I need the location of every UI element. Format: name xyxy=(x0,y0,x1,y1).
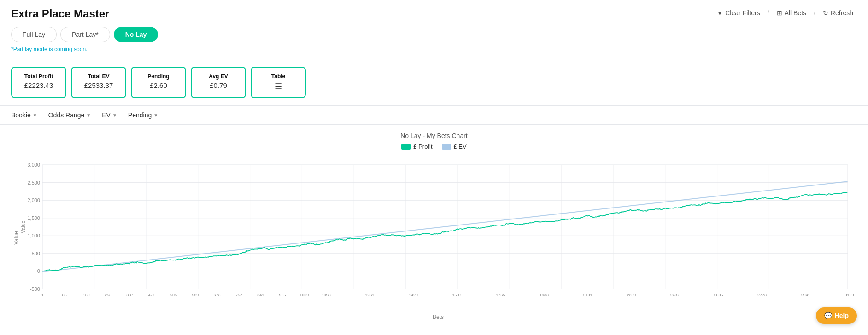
chart-legend: £ Profit £ EV xyxy=(11,143,857,150)
tab-full-lay[interactable]: Full Lay xyxy=(11,27,57,42)
page-title: Extra Place Master xyxy=(11,7,713,20)
svg-text:2,000: 2,000 xyxy=(27,197,40,203)
svg-text:2941: 2941 xyxy=(801,293,810,297)
svg-text:1,000: 1,000 xyxy=(27,233,40,238)
svg-text:1933: 1933 xyxy=(540,293,549,297)
svg-text:500: 500 xyxy=(32,251,40,256)
chart-wrapper: Value 3,000 2,500 2,000 1,500 1,000 500 … xyxy=(11,156,857,320)
svg-text:1429: 1429 xyxy=(409,293,418,297)
separator-2: / xyxy=(814,9,815,17)
legend-ev-color xyxy=(442,144,451,150)
svg-text:1: 1 xyxy=(41,293,44,297)
svg-text:2,500: 2,500 xyxy=(27,180,40,185)
svg-text:2605: 2605 xyxy=(714,293,723,297)
refresh-icon: ↻ xyxy=(823,9,828,17)
tab-no-lay[interactable]: No Lay xyxy=(114,27,158,42)
stats-row: Total Profit £2223.43 Total EV £2533.37 … xyxy=(0,59,868,105)
svg-text:3,000: 3,000 xyxy=(27,162,40,168)
svg-text:169: 169 xyxy=(83,293,90,297)
main-chart-svg: 3,0002,5002,0001,5001,0005000-5001851692… xyxy=(19,156,857,312)
svg-text:2269: 2269 xyxy=(627,293,636,297)
svg-text:925: 925 xyxy=(279,293,286,297)
coming-soon-text: *Part lay mode is coming soon. xyxy=(11,46,713,54)
svg-text:1009: 1009 xyxy=(299,293,309,297)
filter-pending[interactable]: Pending ▼ xyxy=(128,110,158,121)
caret-icon: ▼ xyxy=(153,113,158,118)
svg-text:2773: 2773 xyxy=(757,293,767,297)
stat-total-ev[interactable]: Total EV £2533.37 xyxy=(71,67,126,98)
separator-1: / xyxy=(768,9,769,17)
help-button[interactable]: 💬 Help xyxy=(816,307,857,320)
filters-row: Bookie ▼ Odds Range ▼ EV ▼ Pending ▼ xyxy=(0,105,868,125)
svg-text:841: 841 xyxy=(257,293,264,297)
svg-text:253: 253 xyxy=(105,293,111,297)
chart-container: No Lay - My Bets Chart £ Profit £ EV Val… xyxy=(0,125,868,320)
svg-text:337: 337 xyxy=(126,293,133,297)
svg-text:1093: 1093 xyxy=(322,293,331,297)
svg-text:85: 85 xyxy=(62,293,67,297)
list-icon: ⊞ xyxy=(777,9,782,17)
svg-text:2101: 2101 xyxy=(583,293,592,297)
svg-text:673: 673 xyxy=(214,293,221,297)
caret-icon: ▼ xyxy=(33,113,37,118)
all-bets-button[interactable]: ⊞ All Bets xyxy=(773,7,810,18)
filter-ev[interactable]: EV ▼ xyxy=(102,110,117,121)
svg-text:1597: 1597 xyxy=(452,293,462,297)
svg-text:421: 421 xyxy=(148,293,155,297)
svg-text:-500: -500 xyxy=(30,286,40,292)
stat-pending[interactable]: Pending £2.60 xyxy=(131,67,186,98)
svg-text:757: 757 xyxy=(235,293,242,297)
stat-total-profit[interactable]: Total Profit £2223.43 xyxy=(11,67,66,98)
tab-part-lay[interactable]: Part Lay* xyxy=(60,27,110,42)
svg-text:589: 589 xyxy=(192,293,199,297)
svg-text:Value: Value xyxy=(20,220,26,233)
refresh-button[interactable]: ↻ Refresh xyxy=(819,7,857,18)
legend-ev: £ EV xyxy=(442,143,467,150)
svg-text:1261: 1261 xyxy=(365,293,374,297)
chart-inner: 3,000 2,500 2,000 1,500 1,000 500 0 -500 xyxy=(19,156,857,320)
filter-icon: ▼ xyxy=(716,9,723,17)
stat-table[interactable]: Table ☰ xyxy=(251,67,306,98)
chart-title: No Lay - My Bets Chart xyxy=(11,132,857,139)
legend-profit: £ Profit xyxy=(401,143,432,150)
stat-avg-ev[interactable]: Avg EV £0.79 xyxy=(191,67,246,98)
svg-text:1,500: 1,500 xyxy=(27,215,40,221)
svg-text:2437: 2437 xyxy=(670,293,680,297)
svg-text:505: 505 xyxy=(170,293,177,297)
legend-profit-color xyxy=(401,144,411,150)
svg-text:0: 0 xyxy=(37,268,40,274)
svg-text:3109: 3109 xyxy=(845,293,854,297)
svg-text:1765: 1765 xyxy=(496,293,505,297)
help-icon: 💬 xyxy=(824,312,832,319)
caret-icon: ▼ xyxy=(112,113,117,118)
y-axis-label: Value xyxy=(11,156,19,320)
filter-odds-range[interactable]: Odds Range ▼ xyxy=(48,110,91,121)
caret-icon: ▼ xyxy=(86,113,91,118)
x-axis-label: Bets xyxy=(19,314,857,320)
filter-bookie[interactable]: Bookie ▼ xyxy=(11,110,37,121)
clear-filters-button[interactable]: ▼ Clear Filters xyxy=(713,7,763,18)
